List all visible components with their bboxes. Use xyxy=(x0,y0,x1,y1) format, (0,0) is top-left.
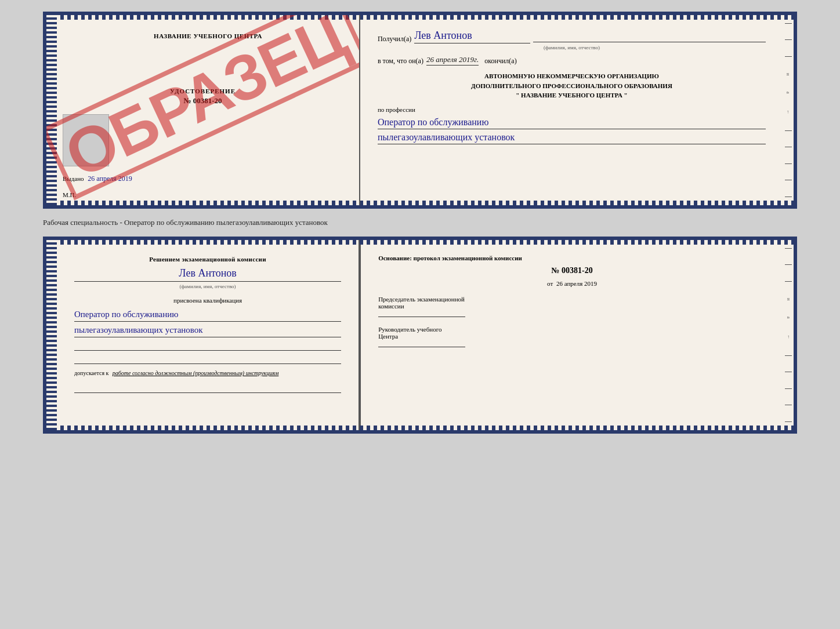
ot-date: 26 апреля 2019 xyxy=(556,280,597,287)
cert-bottom-left: Решением экзаменационной комиссии Лев Ан… xyxy=(46,240,360,430)
osnovanie-title: Основание: протокол экзаменационной коми… xyxy=(378,254,766,261)
po-professii-label: по профессии xyxy=(378,106,766,113)
bottom-right-edge-marks: и а ← xyxy=(783,240,794,430)
cert-bottom-right: Основание: протокол экзаменационной коми… xyxy=(361,240,794,430)
vydano-label: Выдано xyxy=(63,175,84,182)
poluchil-line: Получил(а) Лев Антонов xyxy=(378,30,766,43)
rukovoditel-sign-line xyxy=(378,347,465,347)
fio-subtitle-top: (фамилия, имя, отчество) xyxy=(378,45,766,50)
org-line3: " НАЗВАНИЕ УЧЕБНОГО ЦЕНТРА " xyxy=(378,90,766,100)
dopuskaetsya-text: работе согласно должностным (производств… xyxy=(113,370,278,376)
cert-top-right: Получил(а) Лев Антонов (фамилия, имя, от… xyxy=(360,15,794,205)
udostoverenie-num: № 00381-20 xyxy=(170,96,236,106)
bottom-qualification-line2: пылегазоулавливающих установок xyxy=(74,323,341,337)
tsentra-label: Центра xyxy=(378,333,766,340)
poluchil-label: Получил(а) xyxy=(378,35,411,43)
profession-line2: пылегазоулавливающих установок xyxy=(378,131,766,144)
org-line1: АВТОНОМНУЮ НЕКОММЕРЧЕСКУЮ ОРГАНИЗАЦИЮ xyxy=(378,71,766,81)
blank-line-3 xyxy=(74,383,341,393)
cert-top-left: НАЗВАНИЕ УЧЕБНОГО ЦЕНТРА ОБРАЗЕЦ УДОСТОВ… xyxy=(46,15,360,205)
certificate-bottom: Решением экзаменационной комиссии Лев Ан… xyxy=(43,237,797,434)
bottom-person-name: Лев Антонов xyxy=(74,265,341,282)
bottom-left-stripe xyxy=(46,240,57,430)
photo-placeholder xyxy=(63,114,109,166)
rukovoditel-block: Руководитель учебного Центра xyxy=(378,326,766,347)
org-block: АВТОНОМНУЮ НЕКОММЕРЧЕСКУЮ ОРГАНИЗАЦИЮ ДО… xyxy=(378,71,766,100)
ot-label: от xyxy=(547,280,553,287)
udostoverenie-block: УДОСТОВЕРЕНИЕ № 00381-20 xyxy=(170,88,236,106)
certificate-top: НАЗВАНИЕ УЧЕБНОГО ЦЕНТРА ОБРАЗЕЦ УДОСТОВ… xyxy=(43,12,797,209)
prisvoena-line: присвоена квалификация xyxy=(74,296,341,306)
bottom-left-content: Решением экзаменационной комиссии Лев Ан… xyxy=(74,254,341,393)
middle-label: Рабочая специальность - Оператор по обсл… xyxy=(43,214,797,231)
komissii-label: комиссии xyxy=(378,303,766,310)
dopuskaetsya-line: допускается к работе согласно должностны… xyxy=(74,369,341,378)
osnovanie-block: Основание: протокол экзаменационной коми… xyxy=(378,254,766,347)
mp-line: М.П. xyxy=(63,191,76,198)
ot-date-line: от 26 апреля 2019 xyxy=(378,280,766,287)
left-stripe xyxy=(46,15,57,205)
udostoverenie-title: УДОСТОВЕРЕНИЕ xyxy=(170,88,236,94)
org-line2: ДОПОЛНИТЕЛЬНОГО ПРОФЕССИОНАЛЬНОГО ОБРАЗО… xyxy=(378,81,766,91)
blank-line-1 xyxy=(74,340,341,351)
school-name-top: НАЗВАНИЕ УЧЕБНОГО ЦЕНТРА xyxy=(74,32,342,39)
vtom-line: в том, что он(а) 26 апреля 2019г. окончи… xyxy=(378,55,766,66)
document-container: НАЗВАНИЕ УЧЕБНОГО ЦЕНТРА ОБРАЗЕЦ УДОСТОВ… xyxy=(43,12,797,434)
protocol-num: № 00381-20 xyxy=(378,266,766,275)
blank-line-2 xyxy=(74,354,341,364)
right-edge-marks: и а ← xyxy=(783,15,794,205)
vydano-date: 26 апреля 2019 xyxy=(88,174,132,183)
resheniem-title: Решением экзаменационной комиссии xyxy=(74,254,341,265)
profession-line1: Оператор по обслуживанию xyxy=(378,116,766,129)
vtom-label: в том, что он(а) xyxy=(378,57,423,66)
obrazets-text: ОБРАЗЕЦ xyxy=(46,15,360,200)
vtom-date: 26 апреля 2019г. xyxy=(426,55,479,66)
predsedatel-label: Председатель экзаменационной xyxy=(378,296,766,303)
top-dash xyxy=(533,42,766,42)
vydano-line: Выдано 26 апреля 2019 xyxy=(63,174,132,183)
poluchil-name: Лев Антонов xyxy=(414,30,530,43)
bottom-qualification-line1: Оператор по обслуживанию xyxy=(74,307,341,322)
bottom-fio-subtitle: (фамилия, имя, отчество) xyxy=(74,281,341,290)
rukovoditel-label: Руководитель учебного xyxy=(378,326,766,333)
resheniem-block: Решением экзаменационной комиссии Лев Ан… xyxy=(74,254,341,291)
predsedatel-block: Председатель экзаменационной комиссии xyxy=(378,296,766,317)
predsedatel-sign-line xyxy=(378,317,465,317)
okonchil-label: окончил(а) xyxy=(484,57,516,66)
dopuskaetsya-label: допускается к xyxy=(74,370,108,376)
